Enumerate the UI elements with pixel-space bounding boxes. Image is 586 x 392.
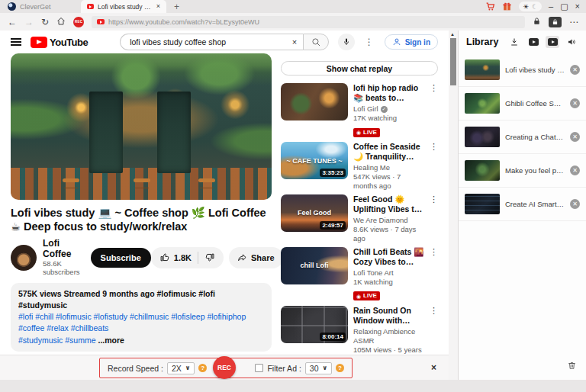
voice-search-icon[interactable] xyxy=(338,34,355,50)
close-button[interactable]: × xyxy=(575,2,580,11)
filter-ad-select[interactable]: 30 ∨ xyxy=(305,362,332,374)
search-input[interactable]: lofi vibes study coffee shop × xyxy=(120,34,303,50)
video-channel[interactable]: Healing Me xyxy=(353,163,424,172)
video-player[interactable] xyxy=(11,53,272,200)
subscribe-button[interactable]: Subscribe xyxy=(91,248,151,268)
search-clear-icon[interactable]: × xyxy=(292,37,297,47)
live-badge: ◉LIVE xyxy=(353,291,380,300)
video-title[interactable]: Rain Sound On Window with Thunder Sounds… xyxy=(353,306,424,326)
maximize-button[interactable]: ▢ xyxy=(560,2,568,11)
privacy-lock-button[interactable] xyxy=(549,17,562,27)
scroll-up-icon[interactable]: ▲ xyxy=(450,32,455,37)
video-title[interactable]: Feel Good 🌞 Uplifting Vibes to Brighten … xyxy=(353,194,424,214)
menu-icon[interactable] xyxy=(11,38,21,46)
search-button[interactable] xyxy=(303,34,329,50)
reload-icon[interactable]: ↻ xyxy=(41,18,49,27)
new-tab-button[interactable]: + xyxy=(174,2,179,11)
library-item[interactable]: Make you feel positive an...✕ xyxy=(459,154,586,188)
video-channel[interactable]: Lofi Girl✓ xyxy=(353,104,424,114)
video-options-icon[interactable]: ⋮ xyxy=(430,194,438,243)
video-options-icon[interactable]: ⋮ xyxy=(430,83,438,138)
library-item[interactable]: Lofi vibes study 💻 ~ Cof...✕ xyxy=(459,53,586,87)
url-text: https://www.youtube.com/watch?v=bLEysyt0… xyxy=(108,18,259,26)
trash-icon[interactable] xyxy=(567,360,577,374)
show-chat-replay-button[interactable]: Show chat replay xyxy=(281,61,438,76)
player-art xyxy=(63,90,219,149)
remove-item-icon[interactable]: ✕ xyxy=(570,65,580,75)
library-item[interactable]: Create AI Smart Contract ...✕ xyxy=(459,188,586,221)
page-scrollbar[interactable]: ▲ xyxy=(449,31,458,380)
dislike-button[interactable] xyxy=(198,252,221,262)
recording-library-icon[interactable] xyxy=(546,36,559,48)
minimize-button[interactable]: – xyxy=(549,2,553,11)
video-thumbnail[interactable] xyxy=(281,83,348,120)
window-footer xyxy=(0,380,586,392)
filter-ad-checkbox[interactable] xyxy=(255,364,263,372)
tab-close-icon[interactable]: × xyxy=(156,3,160,10)
video-thumbnail[interactable]: ~ CAFE TUNES ~3:35:23 xyxy=(281,142,348,179)
home-icon[interactable] xyxy=(56,15,66,29)
address-bar[interactable]: https://www.youtube.com/watch?v=bLEysyt0… xyxy=(92,16,525,28)
video-title[interactable]: Coffee in Seaside 🌙 Tranquility with Lof… xyxy=(353,142,424,162)
library-item-title: Make you feel positive an... xyxy=(505,166,565,175)
video-channel[interactable]: Lofi Tone Art xyxy=(353,268,424,278)
record-speed-select[interactable]: 2X ∨ xyxy=(167,362,195,374)
video-channel[interactable]: Relaxing Ambience ASMR xyxy=(353,327,424,345)
show-more-link[interactable]: ...more xyxy=(98,336,124,345)
rec-button[interactable]: REC xyxy=(213,356,236,379)
sign-in-button[interactable]: Sign in xyxy=(385,34,438,50)
channel-avatar[interactable] xyxy=(11,245,37,271)
password-lock-icon[interactable] xyxy=(533,15,541,29)
cart-icon[interactable] xyxy=(485,2,495,11)
toolbar-more-icon[interactable]: ⋯ xyxy=(569,18,578,27)
description-hashtags[interactable]: #lofi #chill #lofimusic #lofistudy #chil… xyxy=(18,311,264,334)
channel-name[interactable]: Lofi Coffee xyxy=(43,239,80,260)
video-description[interactable]: 575K views Streamed 9 months ago #lofimu… xyxy=(11,283,272,352)
search-query[interactable]: lofi vibes study coffee shop xyxy=(130,37,292,47)
video-thumbnail[interactable]: chill Lofi xyxy=(281,247,348,284)
youtube-play-icon xyxy=(31,37,47,48)
youtube-more-icon[interactable]: ⋮ xyxy=(365,37,374,47)
record-badge-icon[interactable]: REC xyxy=(73,17,84,27)
person-icon xyxy=(392,37,401,47)
back-icon[interactable]: ← xyxy=(8,18,17,27)
filter-help-icon[interactable]: ? xyxy=(336,364,344,372)
library-panel: Library Lofi vibes study 💻 ~ Cof...✕Ghib… xyxy=(458,31,586,380)
remove-item-icon[interactable]: ✕ xyxy=(570,165,580,175)
share-icon xyxy=(237,252,247,262)
tab-title: Lofi vibes study 💻 ~ xyxy=(98,3,153,11)
library-item[interactable]: Creating a ChatGPT Contr...✕ xyxy=(459,120,586,154)
video-card[interactable]: ~ CAFE TUNES ~3:35:23Coffee in Seaside 🌙… xyxy=(281,142,438,191)
library-item[interactable]: Ghibli Coffee Shop ☕ M...✕ xyxy=(459,87,586,120)
video-thumbnail[interactable]: 8:00:14 xyxy=(281,306,348,343)
theme-toggle[interactable]: ☀ ☾ xyxy=(519,2,542,11)
video-title[interactable]: Chill Lofi Beats 🌇 Cozy Vibes to Relax /… xyxy=(353,247,424,267)
remove-item-icon[interactable]: ✕ xyxy=(570,98,580,108)
video-options-icon[interactable]: ⋮ xyxy=(430,247,438,302)
remove-item-icon[interactable]: ✕ xyxy=(570,199,580,209)
video-card[interactable]: Feel Good2:49:57Feel Good 🌞 Uplifting Vi… xyxy=(281,194,438,243)
share-button[interactable]: Share xyxy=(229,247,283,268)
youtube-favicon xyxy=(87,4,94,9)
like-button[interactable]: 1.8K xyxy=(154,252,198,262)
video-channel[interactable]: We Are Diamond xyxy=(353,216,424,225)
video-card[interactable]: chill LofiChill Lofi Beats 🌇 Cozy Vibes … xyxy=(281,247,438,302)
youtube-logo[interactable]: YouTube xyxy=(31,37,88,48)
gift-icon[interactable] xyxy=(502,2,512,11)
video-card[interactable]: lofi hip hop radio 📚 beats to relax/stud… xyxy=(281,83,438,138)
light-mode-icon[interactable]: ☀ xyxy=(523,3,529,11)
audio-icon[interactable] xyxy=(565,36,578,48)
record-bar-close-icon[interactable]: × xyxy=(431,362,436,373)
scrollbar-thumb[interactable] xyxy=(450,38,456,85)
library-item-title: Create AI Smart Contract ... xyxy=(505,200,565,208)
video-title[interactable]: lofi hip hop radio 📚 beats to relax/stud… xyxy=(353,83,424,103)
dark-mode-icon[interactable]: ☾ xyxy=(532,3,538,11)
forward-icon[interactable]: → xyxy=(24,18,34,27)
remove-item-icon[interactable]: ✕ xyxy=(570,132,580,142)
video-library-icon[interactable] xyxy=(526,36,540,48)
browser-tab[interactable]: Lofi vibes study 💻 ~ × xyxy=(81,0,166,13)
video-thumbnail[interactable]: Feel Good2:49:57 xyxy=(281,194,348,232)
video-options-icon[interactable]: ⋮ xyxy=(430,142,438,191)
speed-help-icon[interactable]: ? xyxy=(198,364,207,372)
download-icon[interactable] xyxy=(507,36,521,48)
